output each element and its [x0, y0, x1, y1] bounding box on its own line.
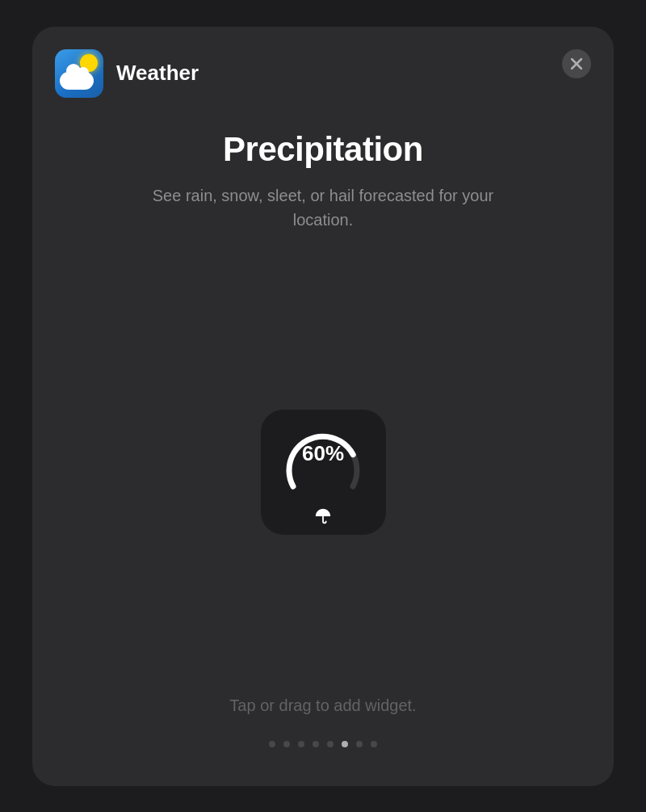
dot-2[interactable]: [283, 741, 290, 747]
close-button[interactable]: [562, 49, 591, 78]
umbrella-icon: [314, 507, 332, 529]
app-name: Weather: [116, 61, 199, 86]
percent-value: 60%: [302, 441, 344, 466]
weather-modal: Weather Precipitation See rain, snow, sl…: [32, 27, 614, 786]
dot-6-active[interactable]: [342, 741, 348, 747]
description-text: See rain, snow, sleet, or hail forecaste…: [121, 183, 525, 232]
bottom-section: Tap or drag to add widget.: [229, 696, 416, 786]
widget-card[interactable]: 60%: [261, 410, 386, 535]
widget-preview-area: 60%: [81, 248, 565, 696]
main-content: Precipitation See rain, snow, sleet, or …: [32, 98, 614, 696]
arc-gauge: 60%: [279, 415, 367, 504]
dot-4[interactable]: [313, 741, 319, 747]
cloud-decoration: [60, 72, 94, 90]
dot-8[interactable]: [371, 741, 377, 747]
dot-5[interactable]: [327, 741, 333, 747]
close-icon: [571, 58, 582, 69]
header: Weather: [32, 27, 614, 98]
pagination-dots: [269, 741, 377, 747]
page-title: Precipitation: [223, 130, 423, 169]
cta-text: Tap or drag to add widget.: [229, 696, 416, 715]
app-icon: [55, 49, 103, 98]
dot-3[interactable]: [298, 741, 304, 747]
dot-1[interactable]: [269, 741, 275, 747]
dot-7[interactable]: [356, 741, 363, 747]
